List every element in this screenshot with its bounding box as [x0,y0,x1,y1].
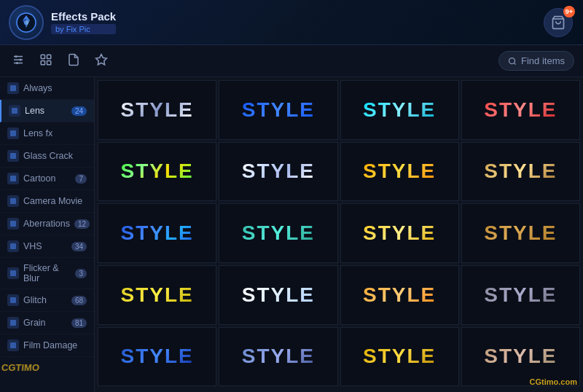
grid-item-9[interactable]: STYLE [98,203,216,263]
sidebar-icon-grain [7,317,19,329]
sidebar-item-glitch[interactable]: Glitch68 [0,289,94,312]
sidebar-label-cartoon: Cartoon [23,173,55,184]
grid-item-11[interactable]: STYLE [340,203,459,263]
sidebar-icon-flicker-blur [7,267,19,279]
sidebar-badge-cartoon: 7 [75,174,87,184]
grid-item-17[interactable]: STYLE [98,327,216,387]
style-text-10: STYLE [242,222,315,245]
document-icon[interactable] [64,50,83,72]
style-text-14: STYLE [242,283,315,307]
sidebar-item-vhs[interactable]: VHS34 [0,235,94,258]
svg-rect-10 [47,55,51,58]
style-text-1: STYLE [121,98,194,122]
style-text-15: STYLE [363,283,436,307]
app-title: Effects Pack [51,10,116,23]
grid-item-16[interactable]: STYLE [461,265,580,325]
sidebar-item-flicker-blur[interactable]: Flicker & Blur3 [0,258,94,289]
sidebar-label-film-damage: Film Damage [23,340,77,350]
header: Effects Pack by Fix Pic 9+ [0,0,583,45]
svg-rect-24 [10,270,16,276]
sidebar-label-lens: Lens [25,106,44,116]
grid-item-3[interactable]: STYLE [340,80,459,140]
grid-item-10[interactable]: STYLE [219,203,337,263]
header-text: Effects Pack by Fix Pic [51,10,116,34]
style-text-11: STYLE [363,222,436,245]
grid-item-5[interactable]: STYLE [98,142,216,202]
sidebar-item-cartoon[interactable]: Cartoon7 [0,168,94,190]
sidebar-item-aberrations[interactable]: Aberrations12 [0,213,94,235]
watermark-left: CGTIMO [1,362,39,373]
style-text-12: STYLE [484,222,557,245]
svg-marker-13 [96,54,107,64]
grid-item-15[interactable]: STYLE [340,265,459,325]
svg-rect-11 [41,60,44,64]
sidebar-label-grain: Grain [23,318,46,328]
sidebar-item-glass-crack[interactable]: Glass Crack [0,145,94,168]
cart-button[interactable]: 9+ [544,8,573,37]
svg-point-8 [16,62,18,64]
svg-point-6 [15,55,17,58]
svg-rect-18 [10,130,16,136]
filter-icon[interactable] [9,50,28,72]
style-text-6: STYLE [242,160,315,183]
sidebar-item-film-damage[interactable]: Film Damage [0,334,94,357]
sidebar-item-always[interactable]: Always [0,77,94,100]
sidebar-item-camera-movie[interactable]: Camera Movie [0,190,94,213]
style-text-9: STYLE [121,222,194,245]
grid-item-2[interactable]: STYLE [219,80,337,140]
style-text-8: STYLE [484,160,557,183]
main-layout: AlwaysLens24Lens fxGlass CrackCartoon7Ca… [0,77,583,392]
style-text-18: STYLE [242,345,315,368]
style-text-20: STYLE [484,345,557,368]
sidebar-label-vhs: VHS [23,241,42,251]
grid-item-12[interactable]: STYLE [461,203,580,263]
grid-item-14[interactable]: STYLE [219,265,337,325]
svg-rect-9 [41,55,44,58]
sidebar-icon-lens [9,105,20,117]
sidebar-badge-flicker-blur: 3 [75,269,87,278]
sidebar-item-lens-fx[interactable]: Lens fx [0,122,94,145]
svg-rect-27 [10,342,16,348]
grid-item-19[interactable]: STYLE [340,327,459,387]
grid-item-1[interactable]: STYLE [98,80,216,140]
style-text-4: STYLE [484,98,557,122]
search-label: Find items [521,55,565,66]
sidebar-label-aberrations: Aberrations [23,219,70,229]
svg-rect-16 [10,85,16,91]
svg-rect-25 [10,297,16,303]
sidebar-icon-glitch [7,294,19,306]
content-area: STYLESTYLESTYLESTYLESTYLESTYLESTYLESTYLE… [95,77,583,392]
list-icon[interactable] [36,50,55,72]
sidebar-icon-vhs [7,240,19,252]
sidebar-icon-always [7,82,19,94]
search-box[interactable]: Find items [498,51,574,71]
svg-line-15 [514,63,515,64]
star-icon[interactable] [92,50,111,72]
grid-item-8[interactable]: STYLE [461,142,580,202]
grid-item-13[interactable]: STYLE [98,265,216,325]
style-text-17: STYLE [121,345,194,368]
svg-rect-19 [10,153,16,159]
grid-item-7[interactable]: STYLE [340,142,459,202]
sidebar-badge-aberrations: 12 [74,219,90,229]
grid-item-4[interactable]: STYLE [461,80,580,140]
cart-badge: 9+ [563,6,575,17]
sidebar-icon-camera-movie [7,195,19,207]
sidebar-item-grain[interactable]: Grain81 [0,312,94,334]
svg-point-14 [509,58,515,63]
sidebar-label-lens-fx: Lens fx [23,128,52,138]
svg-point-7 [20,58,22,60]
grid-item-6[interactable]: STYLE [219,142,337,202]
search-icon [508,57,517,66]
style-text-2: STYLE [242,98,315,122]
svg-rect-21 [10,198,16,204]
sidebar-label-flicker-blur: Flicker & Blur [23,263,71,283]
sidebar-label-always: Always [23,83,52,93]
sidebar-item-lens[interactable]: Lens24 [0,100,94,122]
sidebar-icon-aberrations [7,218,19,230]
svg-rect-20 [10,176,16,181]
sidebar-label-glass-crack: Glass Crack [23,151,73,161]
style-text-16: STYLE [484,283,557,307]
app-logo [9,5,44,40]
grid-item-18[interactable]: STYLE [219,327,337,387]
